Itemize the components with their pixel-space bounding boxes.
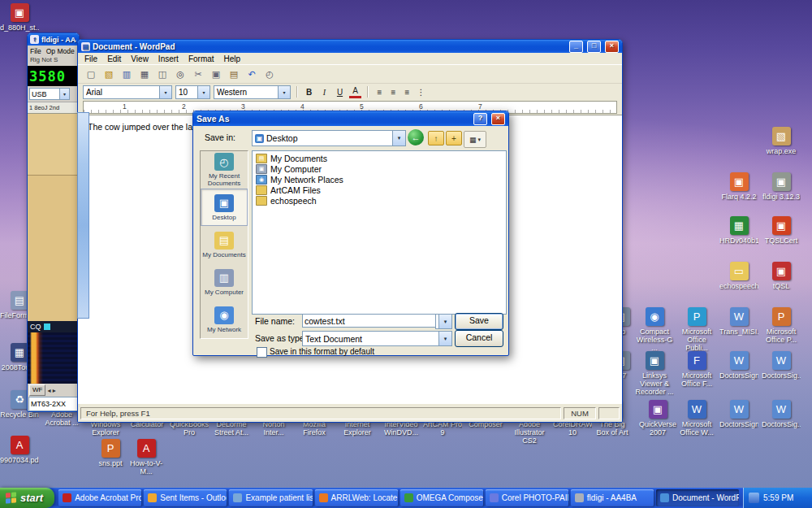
italic-button[interactable]: I xyxy=(318,86,330,98)
taskbar-button[interactable]: ARRLWeb: Locate b... xyxy=(315,489,398,506)
desktop-icon[interactable]: W DoctorsSign... xyxy=(719,400,758,428)
cut-icon[interactable]: ✂ xyxy=(190,67,206,82)
save-icon[interactable]: ▥ xyxy=(119,67,135,82)
fldigi-menu-item[interactable]: File xyxy=(30,47,41,55)
places-bar-item[interactable]: ▤ My Documents xyxy=(201,226,248,263)
find-icon[interactable]: ◎ xyxy=(172,67,188,82)
desktop-icon[interactable]: A 9907034.pdf xyxy=(0,436,39,464)
taskbar-button[interactable]: Sent Items - Outlook... xyxy=(144,489,227,506)
bold-button[interactable]: B xyxy=(303,86,315,98)
file-list-item[interactable]: ArtCAM Files xyxy=(254,185,504,195)
desktop-icon[interactable]: ▣ Flarq 4.2.2 xyxy=(719,172,758,201)
fldigi-mode-select[interactable]: MT63-2XX xyxy=(28,397,78,411)
align-left-icon[interactable]: ≡ xyxy=(374,86,386,98)
desktop-icon[interactable]: ▣ Linksys Viewer & Recorder ... xyxy=(635,351,674,396)
waterfall-shift-buttons[interactable]: ◂ ▸ xyxy=(47,387,55,394)
font-select[interactable]: Arial ▾ xyxy=(83,85,172,99)
file-list-item[interactable]: echospeech xyxy=(254,195,504,206)
new-folder-icon[interactable]: + xyxy=(446,131,462,145)
desktop-icon[interactable]: W DoctorsSig... xyxy=(762,400,801,428)
menu-item[interactable]: Edit xyxy=(107,54,121,63)
print-icon[interactable]: ▦ xyxy=(136,67,153,82)
close-button[interactable]: × xyxy=(605,41,619,53)
waterfall-mode-button[interactable]: WF xyxy=(29,384,45,396)
underline-button[interactable]: U xyxy=(334,86,346,98)
taskbar-button[interactable]: Adobe Acrobat Prof... xyxy=(58,489,141,506)
minimize-button[interactable]: _ xyxy=(569,41,583,53)
file-list-item[interactable]: ▤ My Documents xyxy=(254,153,504,163)
desktop-icon[interactable]: W DoctorsSig... xyxy=(762,351,801,380)
desktop-icon[interactable]: ▣ TQSLCert xyxy=(762,216,801,245)
taskbar-button[interactable]: Example patient list... xyxy=(229,489,312,506)
fldigi-menu-item[interactable]: Op Mode xyxy=(46,47,75,55)
desktop-icon[interactable]: P sns.ppt xyxy=(91,439,130,467)
desktop-icon[interactable]: W DoctorsSign... xyxy=(719,351,758,380)
taskbar-button[interactable]: OMEGA Composer - ... xyxy=(400,489,483,506)
desktop-icon[interactable]: ▣ fldigi 3.12.3 xyxy=(762,172,801,201)
font-size-select[interactable]: 10 ▾ xyxy=(175,85,210,99)
desktop-icon[interactable]: ◉ Compact Wireless-G ... xyxy=(635,307,674,352)
up-one-level-icon[interactable]: ↑ xyxy=(428,131,444,145)
menu-item[interactable]: Help xyxy=(224,54,241,63)
save-in-select[interactable]: ▣ Desktop ▾ xyxy=(252,130,406,146)
places-bar-item[interactable]: ▣ Desktop xyxy=(201,189,248,226)
font-color-button[interactable]: A xyxy=(349,86,361,98)
file-name-input[interactable] xyxy=(302,314,438,328)
menu-item[interactable]: Insert xyxy=(158,54,179,63)
desktop-icon[interactable]: A How-to-V-M... xyxy=(127,439,166,475)
wordpad-titlebar[interactable]: ▤ Document - WordPad _ □ × xyxy=(78,40,622,53)
places-bar-item[interactable]: ◴ My Recent Documents xyxy=(201,151,248,189)
bullets-icon[interactable]: ⋮ xyxy=(415,86,427,98)
desktop-icon[interactable]: W Trans_MISI... xyxy=(719,307,758,336)
desktop-icon[interactable]: ▧ wrap.exe xyxy=(762,127,801,155)
file-list-item[interactable]: ◉ My Network Places xyxy=(254,174,504,185)
taskbar-button[interactable]: fldigi - AA4BA xyxy=(571,489,654,506)
cancel-button[interactable]: Cancel xyxy=(455,330,503,347)
taskbar-button[interactable]: Corel PHOTO-PAINT ... xyxy=(486,489,568,506)
desktop-icon[interactable]: ▣ QuickVerse 2007 xyxy=(638,400,677,436)
script-select[interactable]: Western ▾ xyxy=(214,85,291,99)
desktop-icon[interactable]: P Microsoft Office Publi... xyxy=(677,307,716,352)
maximize-button[interactable]: □ xyxy=(587,41,601,53)
fldigi-macro-bar[interactable]: CQ xyxy=(28,321,79,332)
file-name-dropdown[interactable]: ▾ xyxy=(435,314,452,329)
print-preview-icon[interactable]: ◫ xyxy=(154,67,171,82)
align-center-icon[interactable]: ≡ xyxy=(387,86,400,98)
file-list[interactable]: ▤ My Documents ▣ My Computer ◉ My Networ… xyxy=(252,150,507,315)
fldigi-rx-pane[interactable] xyxy=(28,113,79,175)
desktop-icon[interactable]: W Microsoft Office W... xyxy=(677,400,716,436)
save-as-titlebar[interactable]: Save As ? × xyxy=(193,111,508,126)
desktop-icon[interactable]: ▣ tQSL xyxy=(762,262,801,290)
default-format-checkbox[interactable] xyxy=(257,347,267,358)
desktop-icon[interactable]: P Microsoft Office P... xyxy=(762,307,801,344)
desktop-icon[interactable]: ▦ HRDv040b1... xyxy=(719,216,758,245)
menu-item[interactable]: View xyxy=(131,54,149,63)
desktop-icon[interactable]: F Microsoft Office F... xyxy=(677,351,716,388)
tray-status-icon[interactable] xyxy=(749,493,759,503)
menu-item[interactable]: File xyxy=(84,54,97,63)
close-button[interactable]: × xyxy=(491,113,505,125)
undo-icon[interactable]: ↶ xyxy=(244,67,260,82)
save-button[interactable]: Save xyxy=(455,313,503,330)
start-button[interactable]: start xyxy=(0,488,54,508)
paste-icon[interactable]: ▤ xyxy=(226,67,242,82)
file-list-item[interactable]: ▣ My Computer xyxy=(254,163,504,174)
align-right-icon[interactable]: ≡ xyxy=(401,86,413,98)
views-menu-icon[interactable]: ▦ ▾ xyxy=(464,131,486,148)
new-document-icon[interactable]: ▢ xyxy=(83,67,99,82)
fldigi-tx-pane[interactable] xyxy=(28,175,79,321)
menu-item[interactable]: Format xyxy=(188,54,214,63)
fldigi-titlebar[interactable]: f fldigi - AA4BA xyxy=(28,33,79,46)
fldigi-waterfall[interactable] xyxy=(28,332,79,384)
desktop-icon[interactable]: ▭ echospeech xyxy=(719,262,758,290)
help-button[interactable]: ? xyxy=(473,113,487,125)
places-bar-item[interactable]: ▥ My Computer xyxy=(201,263,248,301)
datetime-icon[interactable]: ◴ xyxy=(261,67,278,82)
cq-macro-button[interactable]: CQ xyxy=(30,323,41,331)
fldigi-sideband-select[interactable]: USB ▾ xyxy=(29,88,70,100)
desktop-icon[interactable]: ▣ d_880H_st... xyxy=(0,3,39,32)
copy-icon[interactable]: ▣ xyxy=(208,67,224,82)
save-as-type-select[interactable]: Text Document ▾ xyxy=(302,331,452,346)
places-bar-item[interactable]: ◉ My Network xyxy=(201,301,248,338)
taskbar-button[interactable]: Document - WordPad xyxy=(656,489,739,506)
